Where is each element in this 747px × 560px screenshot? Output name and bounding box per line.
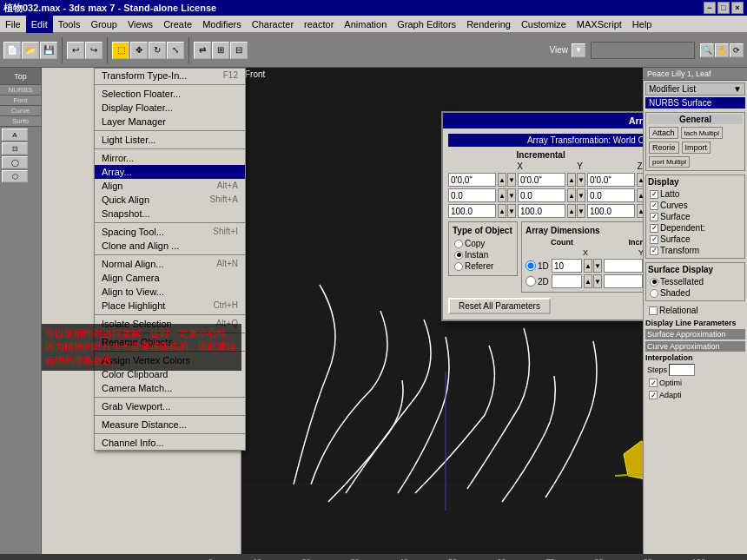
- tool-mirror[interactable]: ⇄: [194, 42, 211, 59]
- menu-create[interactable]: Create: [158, 16, 197, 33]
- latto-row[interactable]: ✓ Latto: [648, 188, 743, 200]
- tool-save[interactable]: 💾: [40, 42, 57, 59]
- relational-check[interactable]: [649, 306, 658, 315]
- 2d-radio[interactable]: [526, 276, 536, 287]
- tool-move[interactable]: ✥: [130, 42, 148, 59]
- menu-customize[interactable]: Customize: [516, 16, 572, 33]
- left-tool-4[interactable]: ⬡: [2, 170, 28, 182]
- inc-move-x[interactable]: [448, 173, 496, 187]
- menu-normal-align[interactable]: Normal Align... Alt+N: [95, 257, 245, 271]
- minimize-button[interactable]: −: [704, 2, 716, 14]
- inc-sc-x-up[interactable]: ▲: [498, 204, 506, 218]
- inc-sc-z-up[interactable]: ▲: [637, 204, 643, 218]
- shaded-radio[interactable]: [650, 289, 658, 298]
- menu-help[interactable]: Help: [627, 16, 658, 33]
- inc-rot-z-up[interactable]: ▲: [637, 188, 643, 202]
- menu-snapshot[interactable]: Snapshot...: [95, 207, 245, 221]
- menu-align-view[interactable]: Align to View...: [95, 285, 245, 299]
- adapti-check[interactable]: ✓: [649, 391, 658, 399]
- adapti-row[interactable]: ✓ Adapti: [647, 390, 744, 400]
- dependent-check[interactable]: ✓: [650, 224, 658, 233]
- nurbs-surface-item[interactable]: NURBS Surface: [645, 97, 745, 109]
- inc-scale-z[interactable]: [587, 204, 635, 218]
- 1d-x[interactable]: [604, 259, 643, 273]
- left-tool-3[interactable]: ◯: [2, 156, 28, 168]
- surface-check[interactable]: ✓: [650, 213, 658, 221]
- menu-camera-match[interactable]: Camera Match...: [95, 381, 245, 395]
- surface2-check[interactable]: ✓: [650, 235, 658, 244]
- menu-layer-manager[interactable]: Layer Manager: [95, 115, 245, 128]
- menu-quick-align[interactable]: Quick Align Shift+A: [95, 193, 245, 207]
- reorie-button[interactable]: Reorie: [649, 142, 679, 154]
- tool-array[interactable]: ⊞: [212, 42, 229, 59]
- instance-radio[interactable]: [454, 251, 463, 260]
- vp-zoom[interactable]: 🔍: [700, 43, 714, 57]
- inc-rotate-z[interactable]: [587, 188, 635, 202]
- menu-clone-align[interactable]: Clone and Align ...: [95, 239, 245, 253]
- transform-check[interactable]: ✓: [650, 247, 658, 255]
- tatch-mult-button[interactable]: tach Multipl: [681, 127, 723, 139]
- inc-sc-y-dn[interactable]: ▼: [577, 204, 585, 218]
- import-button[interactable]: Import: [682, 142, 711, 154]
- curves-check[interactable]: ✓: [650, 201, 658, 210]
- tool-undo[interactable]: ↩: [67, 42, 84, 59]
- maximize-button[interactable]: □: [717, 2, 730, 14]
- inc-sc-x-dn[interactable]: ▼: [507, 204, 516, 218]
- menu-light-lister[interactable]: Light Lister...: [95, 133, 245, 147]
- menu-place-highlight[interactable]: Place Highlight Ctrl+H: [95, 299, 245, 313]
- copy-radio[interactable]: [454, 240, 463, 248]
- menu-transform-type[interactable]: Transform Type-In... F12: [95, 69, 245, 82]
- inc-rot-x-dn[interactable]: ▼: [507, 188, 516, 202]
- 2d-count-up[interactable]: ▲: [584, 274, 592, 288]
- menu-array[interactable]: Array...: [95, 165, 245, 179]
- menu-rendering[interactable]: Rendering: [461, 16, 516, 33]
- shaded-row[interactable]: Shaded: [648, 287, 743, 299]
- inc-move-y[interactable]: [518, 173, 565, 187]
- 1d-count-up[interactable]: ▲: [584, 259, 592, 273]
- menu-mirror[interactable]: Mirror...: [95, 151, 245, 165]
- inc-move-x-up[interactable]: ▲: [498, 173, 506, 187]
- latto-check[interactable]: ✓: [650, 190, 658, 199]
- curves-row[interactable]: ✓ Curves: [648, 200, 743, 211]
- copy-radio-row[interactable]: Copy: [453, 238, 513, 249]
- surface2-row[interactable]: ✓ Surface: [648, 234, 743, 245]
- tab-top[interactable]: Top: [0, 68, 41, 85]
- 1d-count[interactable]: [552, 259, 582, 273]
- menu-file[interactable]: File: [0, 16, 26, 33]
- tool-rotate[interactable]: ↻: [149, 42, 166, 59]
- inc-move-y-up[interactable]: ▲: [567, 173, 576, 187]
- reference-radio[interactable]: [454, 262, 463, 271]
- inc-move-y-dn[interactable]: ▼: [577, 173, 585, 187]
- close-button[interactable]: ×: [731, 2, 744, 14]
- menu-tools[interactable]: Tools: [53, 16, 86, 33]
- menu-align-camera[interactable]: Align Camera: [95, 271, 245, 285]
- modifier-list-dropdown[interactable]: Modifier List ▼: [645, 82, 745, 96]
- menu-reactor[interactable]: reactor: [299, 16, 339, 33]
- tool-scale[interactable]: ⤡: [167, 42, 184, 59]
- 1d-radio[interactable]: [526, 260, 536, 271]
- inc-rot-y-dn[interactable]: ▼: [577, 188, 585, 202]
- tool-new[interactable]: 📄: [3, 42, 21, 59]
- tessellated-radio[interactable]: [650, 278, 658, 287]
- menu-selection-floater[interactable]: Selection Floater...: [95, 87, 245, 101]
- left-tool-2[interactable]: ⊡: [2, 142, 28, 155]
- reset-button[interactable]: Reset All Parameters: [448, 298, 551, 314]
- inc-rotate-y[interactable]: [518, 188, 565, 202]
- inc-rot-x-up[interactable]: ▲: [498, 188, 506, 202]
- left-tool-1[interactable]: A: [2, 128, 28, 141]
- relational-row[interactable]: Relational: [647, 305, 744, 316]
- inc-move-z-up[interactable]: ▲: [637, 173, 643, 187]
- attach-button[interactable]: Attach: [649, 127, 678, 139]
- menu-animation[interactable]: Animation: [339, 16, 392, 33]
- tool-select[interactable]: ⬚: [112, 42, 129, 59]
- dependent-row[interactable]: ✓ Dependent:: [648, 222, 743, 234]
- 2d-count-dn[interactable]: ▼: [593, 274, 602, 288]
- menu-measure[interactable]: Measure Distance...: [95, 418, 245, 432]
- inc-move-z[interactable]: [587, 173, 635, 187]
- menu-character[interactable]: Character: [247, 16, 299, 33]
- tessellated-row[interactable]: Tessellated: [648, 276, 743, 287]
- inc-scale-y[interactable]: [518, 204, 565, 218]
- menu-modifiers[interactable]: Modifiers: [197, 16, 247, 33]
- menu-align[interactable]: Align Alt+A: [95, 179, 245, 193]
- inc-move-x-dn[interactable]: ▼: [507, 173, 516, 187]
